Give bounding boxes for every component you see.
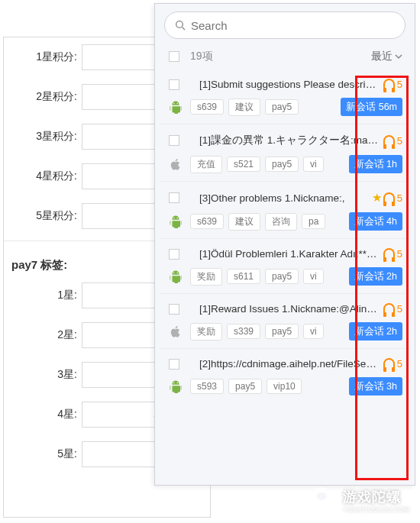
search-box[interactable]	[164, 11, 405, 39]
ticket-item[interactable]: [1]Ödül Problemleri 1.Karakter Adı:**… 5…	[160, 239, 410, 294]
session-badge[interactable]: 新会话 3h	[349, 377, 402, 395]
android-icon	[169, 379, 183, 394]
ticket-title: [2]https://cdnimage.aihelp.net/FileSer…	[199, 358, 379, 370]
ticket-tag[interactable]: pa	[302, 214, 325, 229]
svg-point-0	[176, 21, 183, 28]
ticket-tag[interactable]: pay5	[265, 324, 299, 339]
watermark: 游戏陀螺 YOUXITUOLUO.COM	[306, 485, 409, 515]
chevron-down-icon	[395, 53, 402, 60]
headset-icon	[383, 358, 395, 370]
ticket-tag[interactable]: pay5	[265, 157, 299, 172]
badge-count: 5	[397, 192, 402, 204]
select-all-checkbox[interactable]	[169, 51, 179, 62]
session-badge[interactable]: 新会话 56m	[341, 98, 402, 116]
field-label: 5星积分:	[7, 209, 82, 223]
ticket-tag[interactable]: vi	[303, 324, 324, 339]
watermark-logo-icon	[306, 485, 337, 515]
headset-icon	[383, 79, 395, 90]
field-label: 4星积分:	[7, 169, 82, 183]
ticket-title: [1]Ödül Problemleri 1.Karakter Adı:**…	[199, 248, 379, 260]
ticket-tag[interactable]: pay5	[265, 269, 299, 284]
ticket-tag[interactable]: s639	[190, 214, 224, 229]
svg-point-2	[173, 103, 175, 105]
ticket-tag[interactable]: vip10	[267, 379, 302, 394]
session-badge[interactable]: 新会话 2h	[349, 267, 402, 286]
ticket-tag[interactable]: pay5	[265, 99, 299, 115]
ticket-tag[interactable]: vi	[303, 157, 324, 172]
watermark-cn: 游戏陀螺	[343, 488, 409, 506]
ticket-title: [1]Reward Issues 1.Nickname:@Alin 2.S…	[199, 303, 379, 315]
ticket-tag[interactable]: vi	[303, 269, 324, 284]
badge-count: 5	[397, 303, 402, 315]
ticket-tag[interactable]: 建议	[228, 213, 260, 231]
search-input[interactable]	[191, 19, 396, 32]
ticket-title: [1]Submit suggestions Please describe…	[199, 79, 379, 90]
ticket-tag[interactable]: s521	[227, 157, 260, 172]
field-label: 3星积分:	[7, 130, 82, 144]
ticket-tag[interactable]: 咨询	[265, 213, 297, 231]
ticket-list: [1]Submit suggestions Please describe… 5…	[155, 69, 415, 409]
ticket-tag[interactable]: 建议	[228, 98, 260, 116]
headset-icon	[383, 135, 395, 147]
headset-icon	[383, 192, 395, 204]
ticket-tag[interactable]: s639	[190, 99, 224, 115]
svg-point-10	[313, 508, 331, 513]
badge-count: 5	[397, 79, 402, 90]
ticket-item[interactable]: [2]https://cdnimage.aihelp.net/FileSer… …	[160, 349, 410, 403]
sort-dropdown[interactable]: 最近	[371, 50, 402, 63]
android-icon	[169, 99, 183, 115]
watermark-en: YOUXITUOLUO.COM	[343, 506, 409, 513]
ticket-item[interactable]: [1]Reward Issues 1.Nickname:@Alin 2.S… 5…	[160, 294, 410, 349]
watermark-text: 游戏陀螺 YOUXITUOLUO.COM	[343, 488, 409, 513]
svg-line-1	[183, 27, 185, 30]
field-label: 4星:	[7, 408, 82, 421]
ticket-title: [1]課金の異常 1.キャラクター名:masas…	[199, 134, 379, 147]
ticket-checkbox[interactable]	[169, 359, 179, 370]
sort-label: 最近	[371, 50, 393, 63]
ticket-tag[interactable]: 充值	[190, 156, 222, 173]
item-count: 19项	[190, 50, 213, 63]
ticket-item[interactable]: [3]Other problems 1.Nickname:, ★ 5 s639建…	[160, 182, 410, 239]
badge-count: 5	[397, 135, 402, 147]
agent-badge: 5	[383, 79, 402, 90]
svg-point-8	[173, 383, 175, 384]
ticket-tag[interactable]: 奖励	[190, 323, 222, 341]
star-icon: ★	[372, 191, 382, 205]
svg-point-5	[177, 218, 179, 219]
ticket-checkbox[interactable]	[169, 79, 179, 90]
android-icon	[169, 269, 183, 284]
ticket-tag[interactable]: s339	[227, 324, 260, 339]
ticket-checkbox[interactable]	[169, 192, 179, 203]
agent-badge: 5	[383, 303, 402, 315]
session-badge[interactable]: 新会话 2h	[349, 322, 402, 341]
field-label: 1星积分:	[7, 50, 82, 64]
agent-badge: 5	[383, 248, 402, 260]
ticket-tag[interactable]: pay5	[228, 379, 262, 394]
badge-count: 5	[397, 248, 402, 260]
ticket-checkbox[interactable]	[169, 135, 179, 146]
ticket-checkbox[interactable]	[169, 304, 179, 315]
field-label: 5星:	[7, 447, 82, 461]
ticket-tag[interactable]: s593	[190, 379, 224, 394]
search-container	[155, 4, 415, 44]
session-badge[interactable]: 新会话 4h	[349, 212, 402, 231]
ticket-item[interactable]: [1]課金の異常 1.キャラクター名:masas… 5 充值s521pay5vi…	[160, 124, 410, 182]
headset-icon	[383, 248, 395, 260]
android-icon	[169, 214, 183, 229]
ticket-tag[interactable]: 奖励	[190, 268, 222, 286]
ticket-item[interactable]: [1]Submit suggestions Please describe… 5…	[160, 69, 410, 124]
session-badge[interactable]: 新会话 1h	[349, 155, 402, 173]
svg-point-7	[177, 273, 179, 274]
agent-badge: 5	[383, 135, 402, 147]
svg-point-4	[173, 218, 175, 219]
badge-count: 5	[397, 358, 402, 370]
headset-icon	[383, 303, 395, 315]
apple-icon	[169, 157, 183, 172]
svg-point-6	[173, 273, 175, 274]
svg-point-9	[177, 383, 179, 384]
field-label: 2星:	[7, 328, 82, 342]
ticket-tag[interactable]: s611	[227, 269, 260, 284]
field-label: 3星:	[7, 368, 82, 382]
ticket-checkbox[interactable]	[169, 249, 179, 260]
field-label: 1星:	[7, 289, 82, 302]
